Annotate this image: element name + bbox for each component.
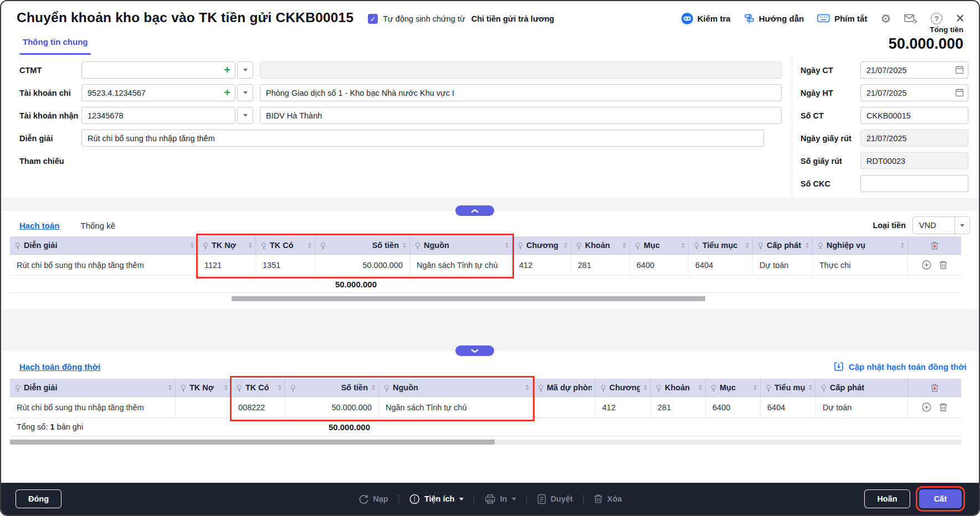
pin-icon[interactable] [203,242,208,247]
pin-icon[interactable] [415,242,420,247]
pin-icon[interactable] [711,385,716,389]
col-cap-phat[interactable]: Cấp phát [816,379,908,396]
col-nghiep-vu[interactable]: Nghiệp vụ [813,236,908,254]
col-dien-giai[interactable]: Diễn giải [10,379,176,396]
sort-icon[interactable] [278,385,281,390]
add-icon[interactable]: + [224,64,230,76]
pin-icon[interactable] [16,242,20,247]
utilities-button[interactable]: Tiện ích [409,494,464,504]
pin-icon[interactable] [181,385,186,389]
add-icon[interactable]: + [224,86,230,99]
cell-tieu-muc[interactable]: 6404 [689,255,753,275]
tab-hach-toan[interactable]: Hạch toán [19,221,60,230]
pin-icon[interactable] [656,385,661,389]
delete-button[interactable]: Xóa [594,494,622,504]
sort-icon[interactable] [753,385,757,390]
col-tieu-muc[interactable]: Tiểu mục [761,379,816,396]
cell-tk-no[interactable]: 1121 [198,255,256,275]
cell-so-tien[interactable]: 50.000.000 [315,255,410,275]
pin-icon[interactable] [577,242,581,247]
cell-chuong[interactable]: 412 [512,255,571,275]
sort-icon[interactable] [308,242,311,248]
col-nguon[interactable]: Nguồn [379,379,533,396]
approve-button[interactable]: Duyệt [537,494,573,504]
cell-khoan[interactable]: 281 [651,397,706,417]
sort-icon[interactable] [564,242,567,248]
cell-nghiep-vu[interactable]: Thực chi [813,255,908,275]
cell-dien-giai[interactable]: Rút chi bổ sung thu nhập tăng thêm [10,397,176,417]
col-tk-co[interactable]: TK Có [232,379,285,396]
sort-icon[interactable] [505,242,509,248]
account-receive-code-input[interactable] [81,107,235,124]
settings-button[interactable]: ⚙ [880,13,891,24]
pin-icon[interactable] [237,385,242,389]
sort-icon[interactable] [191,242,194,248]
sort-icon[interactable] [809,385,812,390]
currency-dropdown-button[interactable] [955,217,969,234]
cell-tk-co[interactable]: 008222 [232,397,285,417]
pin-icon[interactable] [822,385,826,389]
tab-general[interactable]: Thông tin chung [19,30,91,55]
col-ma-du-phong[interactable]: Mã dự phòn [533,379,596,396]
sort-icon[interactable] [644,385,647,390]
pin-icon[interactable] [635,242,640,247]
delete-all-icon[interactable] [930,241,939,250]
shortcut-button[interactable]: Phím tắt [817,14,867,23]
account-pay-code-input[interactable] [81,84,235,101]
pin-icon[interactable] [384,385,389,389]
collapse-up-button[interactable] [455,205,494,216]
simultaneous-title-link[interactable]: Hạch toán đồng thời [19,362,100,371]
help-button[interactable]: ? [931,13,942,24]
cell-cap-phat[interactable]: Dự toán [816,397,908,417]
pin-icon[interactable] [16,385,20,389]
pin-icon[interactable] [601,385,606,389]
accounting-scrollbar[interactable] [10,296,961,301]
sort-icon[interactable] [805,242,809,248]
sort-icon[interactable] [681,242,685,248]
ckc-no-input[interactable] [860,175,968,192]
insert-row-icon[interactable] [922,403,931,412]
simultaneous-table-row[interactable]: Rút chi bổ sung thu nhập tăng thêm 00822… [10,397,961,418]
col-chuong[interactable]: Chương [596,379,651,396]
save-button[interactable]: Cất [919,489,962,508]
feedback-button[interactable] [904,13,917,24]
doc-no-input[interactable] [860,107,968,124]
cell-tieu-muc[interactable]: 6404 [761,397,816,417]
collapse-down-button[interactable] [455,345,494,356]
currency-select[interactable]: VND [912,216,970,234]
sort-icon[interactable] [403,242,406,248]
sort-icon[interactable] [526,385,529,390]
ctmt-code-input[interactable] [81,61,235,79]
accounting-table-row[interactable]: Rút chi bổ sung thu nhập tăng thêm 1121 … [10,255,961,276]
col-khoan[interactable]: Khoản [571,236,630,254]
sort-icon[interactable] [224,385,228,390]
cell-muc[interactable]: 6400 [706,397,761,417]
col-delete-all[interactable] [908,236,961,254]
account-pay-desc-input[interactable] [260,84,782,101]
cell-chuong[interactable]: 412 [596,397,651,417]
sort-icon[interactable] [623,242,626,248]
col-tieu-muc[interactable]: Tiểu mục [689,236,753,254]
cell-nguon[interactable]: Ngân sách Tỉnh tự chủ [379,397,533,417]
reload-button[interactable]: Nạp [358,494,388,504]
cell-tk-no[interactable] [176,397,232,417]
col-delete-all[interactable] [908,379,961,396]
sort-icon[interactable] [249,242,252,248]
cell-nguon[interactable]: Ngân sách Tỉnh tự chủ [410,255,512,275]
doc-date-input[interactable] [860,61,968,79]
print-button[interactable]: In [485,494,516,504]
scrollbar-thumb[interactable] [232,296,705,301]
col-muc[interactable]: Mục [706,379,761,396]
pin-icon[interactable] [766,385,771,389]
pin-icon[interactable] [538,385,543,389]
simultaneous-scrollbar[interactable] [10,440,961,445]
col-dien-giai[interactable]: Diễn giải [10,236,198,254]
delete-all-icon[interactable] [930,383,939,393]
sort-icon[interactable] [901,242,904,248]
pin-icon[interactable] [694,242,699,247]
sort-icon[interactable] [699,385,702,390]
auto-generate-checkbox[interactable]: ✓ [368,14,378,24]
insert-row-icon[interactable] [922,260,931,270]
col-tk-no[interactable]: TK Nợ [198,236,256,254]
col-so-tien[interactable]: Số tiền [285,379,379,396]
